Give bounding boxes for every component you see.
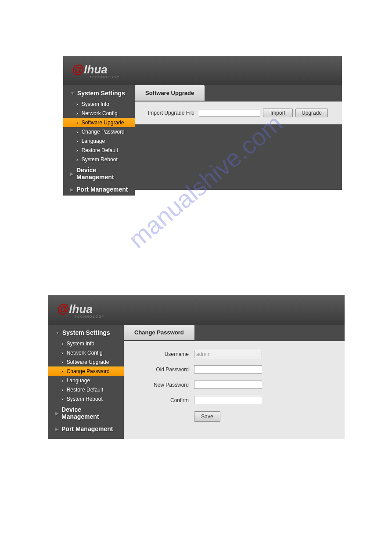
sidebar-section-label: Port Management xyxy=(76,186,128,193)
confirm-password-field[interactable] xyxy=(194,396,262,404)
sidebar-item-label: System Reboot xyxy=(67,396,103,402)
sidebar-section-device-management[interactable]: ▶ Device Management xyxy=(63,164,135,183)
content-body: Username Old Password New Password xyxy=(124,341,345,439)
chevron-right-icon: › xyxy=(76,129,78,134)
sidebar-item-label: Restore Default xyxy=(67,387,103,393)
tabbar: Change Password xyxy=(124,325,345,341)
new-password-field[interactable] xyxy=(194,381,262,389)
panel-change-password: @ lhua TECHNOLOGY ▼ System Settings ›Sys… xyxy=(48,295,345,439)
chevron-right-icon: › xyxy=(76,111,78,116)
chevron-right-icon: ▶ xyxy=(55,427,59,432)
sidebar-section-device-management[interactable]: ▶ Device Management xyxy=(48,403,124,423)
old-password-input[interactable] xyxy=(196,366,262,373)
sidebar-section-port-management[interactable]: ▶ Port Management xyxy=(48,423,124,435)
chevron-right-icon: › xyxy=(61,341,63,346)
username-label: Username xyxy=(132,351,189,357)
sidebar-item-network-config[interactable]: ›Network Config xyxy=(48,348,124,357)
sidebar-item-label: Change Password xyxy=(67,368,110,374)
sidebar-section-label: Device Management xyxy=(76,167,131,181)
sidebar-section-label: Port Management xyxy=(61,425,113,432)
chevron-right-icon: › xyxy=(61,378,63,383)
sidebar-item-label: System Reboot xyxy=(82,156,118,163)
chevron-right-icon: › xyxy=(76,138,78,144)
sidebar-item-language[interactable]: ›Language xyxy=(48,376,124,385)
old-password-label: Old Password xyxy=(132,366,189,373)
new-password-input[interactable] xyxy=(196,382,262,388)
tab-software-upgrade[interactable]: Software Upgrade xyxy=(135,85,205,101)
sidebar: ▼ System Settings ›System Info ›Network … xyxy=(63,85,135,196)
sidebar-item-system-reboot[interactable]: ›System Reboot xyxy=(48,394,124,403)
sidebar-item-label: Language xyxy=(82,138,105,144)
sidebar-section-system-settings[interactable]: ▼ System Settings xyxy=(48,326,124,339)
sidebar-section-system-settings[interactable]: ▼ System Settings xyxy=(63,87,135,99)
upgrade-button[interactable]: Upgrade xyxy=(295,109,328,117)
logo-brand: lhua xyxy=(69,302,92,316)
sidebar-item-label: Language xyxy=(67,377,90,384)
logo-at: @ xyxy=(72,62,84,76)
sidebar-item-restore-default[interactable]: ›Restore Default xyxy=(48,385,124,394)
sidebar-item-system-info[interactable]: ›System Info xyxy=(63,99,135,109)
chevron-right-icon: › xyxy=(76,157,78,162)
chevron-right-icon: › xyxy=(61,369,63,374)
username-input xyxy=(194,350,262,358)
sidebar-item-label: System Info xyxy=(82,101,109,107)
import-button[interactable]: Import xyxy=(263,109,293,117)
logo-tagline: TECHNOLOGY xyxy=(90,76,120,79)
sidebar-item-software-upgrade[interactable]: ›Software Upgrade xyxy=(63,118,135,127)
chevron-down-icon: ▼ xyxy=(70,91,75,96)
logo-at: @ xyxy=(57,302,69,316)
chevron-right-icon: › xyxy=(61,359,63,365)
sidebar-item-system-info[interactable]: ›System Info xyxy=(48,339,124,348)
panel-software-upgrade: @ lhua TECHNOLOGY ▼ System Settings ›Sys… xyxy=(63,56,342,190)
chevron-right-icon: › xyxy=(76,120,78,125)
sidebar-item-label: Restore Default xyxy=(82,147,118,153)
sidebar: ▼ System Settings ›System Info ›Network … xyxy=(48,325,124,439)
logo-brand: lhua xyxy=(84,63,107,76)
header: @ lhua TECHNOLOGY xyxy=(48,295,345,325)
content: Change Password Username Old Password xyxy=(124,325,345,439)
confirm-password-input[interactable] xyxy=(196,397,262,403)
tabbar: Software Upgrade xyxy=(135,85,342,102)
logo-tagline: TECHNOLOGY xyxy=(75,315,105,318)
chevron-right-icon: ▶ xyxy=(55,411,59,416)
sidebar-section-label: System Settings xyxy=(77,90,125,97)
header: @ lhua TECHNOLOGY xyxy=(63,56,342,85)
sidebar-item-network-config[interactable]: ›Network Config xyxy=(63,109,135,118)
sidebar-item-label: Change Password xyxy=(82,129,125,135)
chevron-right-icon: ▶ xyxy=(70,187,74,192)
confirm-password-label: Confirm xyxy=(132,397,189,403)
sidebar-item-label: Software Upgrade xyxy=(67,359,109,365)
sidebar-item-label: Network Config xyxy=(82,110,118,116)
sidebar-section-label: System Settings xyxy=(62,329,110,336)
chevron-right-icon: › xyxy=(76,148,78,153)
sidebar-item-label: Network Config xyxy=(67,350,103,356)
sidebar-item-system-reboot[interactable]: ›System Reboot xyxy=(63,155,135,164)
chevron-right-icon: › xyxy=(61,396,63,402)
content: Software Upgrade Import Upgrade File Imp… xyxy=(135,85,342,196)
sidebar-item-label: System Info xyxy=(67,341,94,347)
content-body: Import Upgrade File Import Upgrade xyxy=(135,102,342,124)
sidebar-item-software-upgrade[interactable]: ›Software Upgrade xyxy=(48,357,124,366)
logo: @ lhua TECHNOLOGY xyxy=(72,62,120,79)
tab-change-password[interactable]: Change Password xyxy=(124,325,194,340)
sidebar-item-language[interactable]: ›Language xyxy=(63,136,135,145)
old-password-field[interactable] xyxy=(194,365,262,374)
sidebar-item-change-password[interactable]: ›Change Password xyxy=(63,127,135,136)
sidebar-section-label: Device Management xyxy=(61,406,120,420)
new-password-label: New Password xyxy=(132,382,189,388)
chevron-right-icon: › xyxy=(76,102,78,107)
sidebar-item-label: Software Upgrade xyxy=(82,120,124,126)
sidebar-item-restore-default[interactable]: ›Restore Default xyxy=(63,145,135,155)
save-button[interactable]: Save xyxy=(194,411,220,422)
chevron-down-icon: ▼ xyxy=(55,330,60,335)
logo: @ lhua TECHNOLOGY xyxy=(57,302,105,318)
sidebar-section-port-management[interactable]: ▶ Port Management xyxy=(63,183,135,196)
sidebar-item-change-password[interactable]: ›Change Password xyxy=(48,366,124,376)
upgrade-file-input[interactable] xyxy=(199,109,260,117)
chevron-right-icon: › xyxy=(61,350,63,355)
upgrade-file-label: Import Upgrade File xyxy=(143,110,194,116)
chevron-right-icon: ▶ xyxy=(70,171,74,176)
chevron-right-icon: › xyxy=(61,387,63,392)
